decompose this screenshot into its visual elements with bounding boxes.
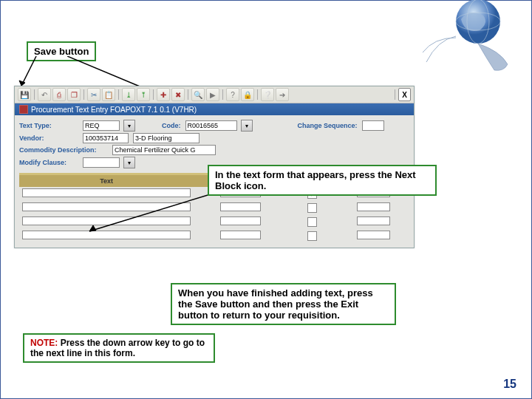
exit-button[interactable]: X: [398, 88, 411, 101]
callout-next-text: In the text form that appears, press the…: [215, 169, 416, 191]
toolbar-separator: [83, 89, 84, 100]
table-row: [19, 215, 409, 229]
rollback-icon[interactable]: ↶: [38, 88, 51, 101]
toolbar-separator: [395, 89, 395, 100]
arrow-icon[interactable]: ➔: [276, 88, 289, 101]
titlebar-icon: [19, 105, 28, 114]
help-icon[interactable]: ?: [226, 88, 239, 101]
checkbox-print[interactable]: [307, 231, 317, 241]
cell-text[interactable]: [22, 231, 191, 239]
delete-record-icon[interactable]: ✖: [171, 88, 185, 101]
toolbar-separator: [153, 89, 154, 100]
question-icon[interactable]: ❔: [261, 88, 274, 101]
callout-finish: When you have finished adding text, pres…: [171, 283, 396, 325]
execute-query-icon[interactable]: ▶: [206, 88, 219, 101]
save-icon[interactable]: 💾: [18, 88, 31, 101]
svg-point-2: [467, 0, 489, 44]
callout-next-block: In the text form that appears, press the…: [208, 165, 437, 196]
checkbox-print[interactable]: [307, 217, 317, 227]
dropdown-modify[interactable]: ▾: [123, 157, 135, 168]
label-code: Code:: [162, 122, 181, 129]
copy-icon[interactable]: ❐: [67, 88, 81, 101]
svg-point-0: [456, 0, 500, 44]
window-titlebar: Procurement Text Entry FOAPOXT 7.1 0.1 (…: [15, 103, 414, 115]
insert-record-icon[interactable]: ✚: [157, 88, 170, 101]
toolbar-separator: [222, 89, 223, 100]
label-change-seq: Change Sequence:: [298, 122, 358, 129]
toolbar: 💾 ↶ ⎙ ❐ ✂ 📋 ⤓ ⤒ ✚ ✖ 🔍 ▶ ? 🔒 ❔ ➔ X: [15, 86, 414, 103]
field-change-seq[interactable]: [362, 120, 384, 131]
svg-marker-4: [19, 81, 25, 86]
toolbar-separator: [188, 89, 188, 100]
field-vendor-name[interactable]: 3-D Flooring: [133, 133, 200, 143]
label-vendor: Vendor:: [19, 134, 78, 142]
toolbar-separator: [118, 89, 119, 100]
field-text-type[interactable]: REQ: [83, 120, 120, 131]
decoration-globe: [420, 0, 516, 75]
callout-finish-text: When you have finished adding text, pres…: [178, 287, 373, 321]
table-row: [19, 229, 409, 243]
cell-clause[interactable]: [220, 202, 261, 211]
callout-save: Save button: [27, 41, 96, 61]
cut-icon[interactable]: ✂: [87, 88, 100, 101]
window-title: Procurement Text Entry FOAPOXT 7.1 0.1 (…: [31, 106, 197, 114]
svg-point-1: [456, 13, 500, 30]
label-commodity: Commodity Description:: [19, 146, 108, 154]
print-icon[interactable]: ⎙: [52, 88, 66, 101]
dropdown-code[interactable]: ▾: [241, 120, 253, 132]
lock-icon[interactable]: 🔒: [241, 88, 254, 101]
field-code[interactable]: R0016565: [185, 120, 237, 131]
cell-clause[interactable]: [220, 231, 261, 239]
dropdown-text-type[interactable]: ▾: [123, 120, 135, 132]
cell-clause[interactable]: [220, 216, 261, 225]
field-commodity[interactable]: Chemical Fertilizer Quick G: [112, 145, 216, 155]
cell-line[interactable]: [357, 202, 390, 211]
next-block-icon[interactable]: ⤓: [122, 88, 135, 101]
enter-query-icon[interactable]: 🔍: [191, 88, 205, 101]
cell-text[interactable]: [22, 202, 191, 211]
label-text-type: Text Type:: [19, 122, 78, 129]
label-modify: Modify Clause:: [19, 159, 78, 166]
table-row: [19, 201, 409, 215]
toolbar-separator: [34, 89, 35, 100]
paste-icon[interactable]: 📋: [102, 88, 115, 101]
cell-text[interactable]: [22, 188, 191, 197]
page-number: 15: [503, 378, 516, 391]
col-text: Text: [19, 175, 194, 187]
callout-save-text: Save button: [34, 46, 89, 57]
callout-note: NOTE: Press the down arrow key to go to …: [23, 333, 215, 363]
field-vendor-id[interactable]: 100353714: [83, 133, 129, 143]
cell-text[interactable]: [22, 216, 191, 225]
cell-line[interactable]: [357, 231, 390, 239]
toolbar-separator: [257, 89, 258, 100]
previous-block-icon[interactable]: ⤒: [137, 88, 150, 101]
checkbox-print[interactable]: [307, 203, 317, 213]
field-modify[interactable]: [83, 157, 120, 168]
callout-note-prefix: NOTE:: [30, 338, 58, 348]
cell-line[interactable]: [357, 216, 390, 225]
